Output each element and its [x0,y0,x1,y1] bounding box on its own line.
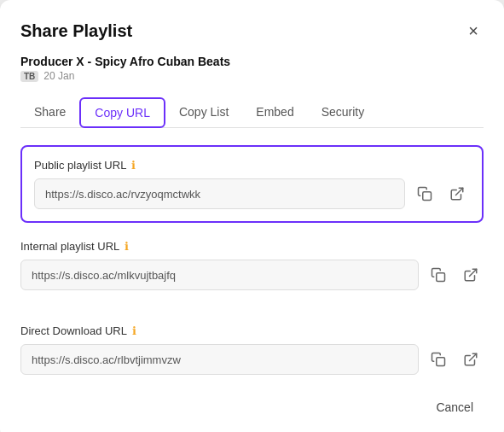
tab-security[interactable]: Security [308,97,379,128]
playlist-date: 20 Jan [43,70,74,82]
public-url-info-icon: ℹ [131,159,136,172]
direct-url-open-button[interactable] [458,348,484,371]
internal-url-info-icon: ℹ [125,240,129,253]
external-link-icon [463,352,478,367]
public-url-input[interactable] [34,178,405,209]
tab-bar: Share Copy URL Copy List Embed Security [20,97,484,128]
playlist-name: Producer X - Spicy Afro Cuban Beats [20,55,484,68]
public-url-open-button[interactable] [444,183,470,205]
direct-url-copy-button[interactable] [426,348,451,371]
svg-line-3 [470,269,477,276]
modal-title: Share Playlist [20,21,132,41]
internal-url-open-button[interactable] [458,264,484,286]
direct-url-label: Direct Download URL ℹ [20,324,484,337]
public-url-section: Public playlist URL ℹ [20,145,484,223]
close-button[interactable]: × [463,20,484,41]
direct-url-input[interactable] [20,344,419,375]
playlist-meta: TB 20 Jan [20,70,484,82]
copy-icon [417,186,432,201]
internal-url-copy-button[interactable] [426,264,451,286]
external-link-icon [449,186,465,201]
tab-share[interactable]: Share [20,97,79,128]
share-playlist-modal: Share Playlist × Producer X - Spicy Afro… [0,0,504,432]
direct-url-section: Direct Download URL ℹ [20,324,484,375]
modal-header: Share Playlist × [20,20,484,41]
public-url-row [34,178,470,209]
tab-copy-list[interactable]: Copy List [165,97,242,128]
external-link-icon [463,267,478,283]
svg-rect-4 [437,358,445,366]
internal-url-input[interactable] [20,260,419,290]
internal-url-row [20,260,484,290]
svg-rect-2 [437,273,445,282]
internal-url-label: Internal playlist URL ℹ [20,240,484,253]
content-area: Public playlist URL ℹ Int [20,128,484,419]
cancel-row: Cancel [20,395,484,419]
tab-copy-url[interactable]: Copy URL [79,97,165,128]
playlist-badge: TB [20,71,38,82]
svg-line-5 [470,353,477,360]
internal-url-section: Internal playlist URL ℹ [20,240,484,307]
svg-rect-0 [423,192,432,201]
copy-icon [431,267,446,283]
copy-icon [431,352,446,367]
svg-line-1 [456,188,463,195]
tab-embed[interactable]: Embed [242,97,307,128]
public-url-copy-button[interactable] [412,183,437,205]
public-url-label: Public playlist URL ℹ [34,159,470,172]
direct-url-info-icon: ℹ [132,324,136,337]
direct-url-row [20,344,484,375]
cancel-button[interactable]: Cancel [426,395,484,419]
